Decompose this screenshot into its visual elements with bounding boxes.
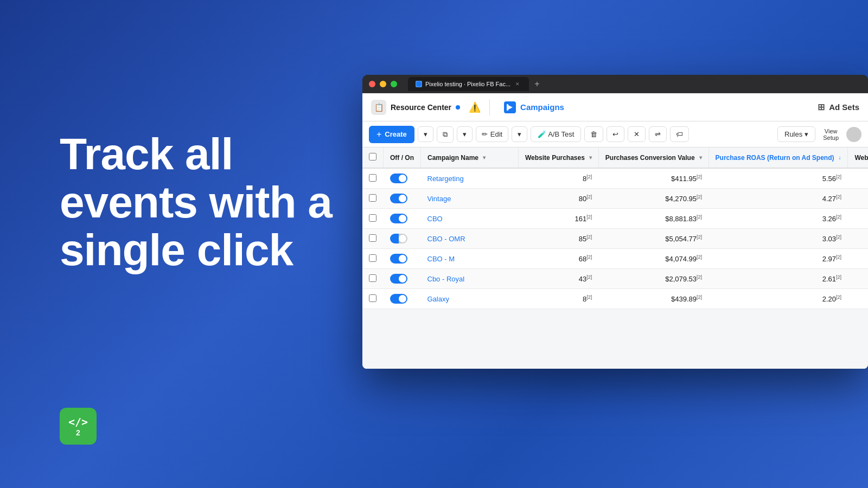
website-purchases-cell: 85[2] (519, 229, 599, 249)
row-checkbox[interactable] (369, 174, 376, 182)
tab-close-icon[interactable]: ✕ (514, 80, 521, 88)
browser-window: Pixelio testing · Pixelio FB Fac... ✕ + … (362, 75, 868, 369)
top-nav: 📋 Resource Center ⚠️ Campaigns ⊞ Ad Sets (362, 93, 868, 121)
toggle-switch[interactable] (390, 174, 407, 183)
create-button[interactable]: + Create (369, 126, 414, 143)
campaign-link[interactable]: CBO - OMR (427, 235, 465, 243)
minimize-button[interactable] (380, 81, 386, 87)
chevron-down-icon4: ▾ (805, 130, 808, 138)
rules-button[interactable]: Rules ▾ (777, 126, 815, 142)
tab-bar: Pixelio testing · Pixelio FB Fac... ✕ + (408, 77, 861, 91)
conv-value-cell: $4,270.95[2] (598, 189, 709, 209)
resource-center[interactable]: 📋 Resource Center (371, 100, 460, 115)
chevron-down-icon2: ▾ (463, 130, 467, 138)
campaign-name-cell: CBO (421, 209, 519, 229)
plus-icon: + (376, 130, 381, 139)
undo-button[interactable]: ↩ (607, 126, 624, 142)
notification-dot (456, 105, 460, 110)
table-row: CBO 161[2] $8,881.83[2] 3.26[2] $8,88 (362, 209, 868, 229)
row-checkbox[interactable] (369, 294, 376, 302)
row-checkbox-cell (362, 269, 384, 289)
campaign-name-cell: CBO - OMR (421, 229, 519, 249)
website-purchases-cell: 80[2] (519, 189, 599, 209)
conv-value: $4,074.99 (665, 255, 697, 263)
campaign-link[interactable]: CBO (427, 215, 443, 223)
header-website-purchases[interactable]: Website Purchases ▾ (519, 147, 599, 168)
campaign-link[interactable]: CBO - M (427, 255, 455, 263)
conv-value-cell: $5,054.77[2] (598, 229, 709, 249)
ad-sets-button[interactable]: ⊞ Ad Sets (818, 102, 859, 112)
conv-value-cell: $8,881.83[2] (598, 209, 709, 229)
website-purchases-cell: 43[2] (519, 269, 599, 289)
active-tab[interactable]: Pixelio testing · Pixelio FB Fac... ✕ (408, 77, 529, 91)
duplicate-button[interactable]: ⧉ (437, 126, 454, 143)
campaigns-button[interactable]: Campaigns (499, 98, 570, 117)
website-conv-cell: $4,27 (848, 189, 868, 209)
refresh-icon: ⇌ (655, 130, 661, 138)
table-row: Retargeting 8[2] $411.95[2] 5.56[2] $41 (362, 168, 868, 189)
delete-button[interactable]: ✕ (628, 126, 646, 142)
maximize-button[interactable] (391, 81, 397, 87)
roas-cell: 4.27[2] (709, 189, 848, 209)
conv-value: $411.95 (671, 175, 697, 183)
campaign-link[interactable]: Retargeting (427, 175, 464, 183)
roas-cell: 2.61[2] (709, 269, 848, 289)
trash-button[interactable]: 🗑 (584, 126, 603, 142)
user-avatar[interactable] (846, 127, 861, 142)
website-conv-cell: $43 (848, 289, 868, 309)
header-roas[interactable]: Purchase ROAS (Return on Ad Spend) ↓ (709, 147, 848, 168)
header-website-conv[interactable]: Website Purchases Conversion _ (848, 147, 868, 168)
header-campaign-name[interactable]: Campaign Name ▾ (421, 147, 519, 168)
conv-value-cell: $4,074.99[2] (598, 249, 709, 269)
campaign-name-cell: Galaxy (421, 289, 519, 309)
roas-value: 3.03 (822, 235, 836, 243)
create-dropdown-button[interactable]: ▾ (418, 126, 433, 142)
select-all-checkbox[interactable] (369, 153, 376, 160)
row-toggle-cell (384, 229, 421, 249)
tag-button[interactable]: 🏷 (670, 126, 689, 142)
close-button[interactable] (369, 81, 375, 87)
copy-icon: ⧉ (443, 130, 448, 139)
ab-test-button[interactable]: 🧪 A/B Test (531, 126, 581, 142)
toggle-switch[interactable] (390, 274, 407, 284)
header-purchases-conversion-value[interactable]: Purchases Conversion Value ▾ (598, 147, 709, 168)
conv-value: $2,079.53 (665, 275, 697, 283)
toggle-switch[interactable] (390, 254, 407, 264)
new-tab-button[interactable]: + (531, 79, 542, 89)
more-button[interactable]: ▾ (457, 126, 473, 142)
view-setup-button[interactable]: View Setup (819, 126, 843, 143)
website-conv-cell: $2,07 (848, 269, 868, 289)
undo-icon: ↩ (612, 130, 618, 138)
chevron-down-icon: ▾ (424, 130, 427, 138)
toggle-switch[interactable] (390, 214, 407, 223)
header-checkbox-col (362, 147, 384, 168)
edit-button[interactable]: ✏ Edit (476, 126, 508, 142)
roas-value: 5.56 (822, 175, 836, 183)
sort-icon-roas: ↓ (838, 155, 841, 160)
campaign-link[interactable]: Cbo - Royal (427, 275, 465, 283)
purchases-value: 85 (579, 235, 586, 243)
table-header-row: Off / On Campaign Name ▾ Website Purchas… (362, 147, 868, 168)
edit-dropdown-button[interactable]: ▾ (512, 126, 527, 142)
toggle-switch[interactable] (390, 194, 407, 203)
website-conv-cell: $4,07 (848, 249, 868, 269)
row-checkbox-cell (362, 189, 384, 209)
row-checkbox[interactable] (369, 274, 376, 282)
campaign-link[interactable]: Galaxy (427, 295, 449, 303)
nav-divider (489, 99, 490, 115)
resource-center-icon: 📋 (371, 100, 386, 115)
campaign-name-cell: Cbo - Royal (421, 269, 519, 289)
toggle-switch[interactable] (390, 234, 407, 243)
row-checkbox[interactable] (369, 234, 376, 242)
row-checkbox[interactable] (369, 214, 376, 222)
toggle-switch[interactable] (390, 294, 407, 304)
purchases-value: 43 (579, 275, 586, 283)
table-row: Cbo - Royal 43[2] $2,079.53[2] 2.61[2] $… (362, 269, 868, 289)
row-checkbox[interactable] (369, 254, 376, 262)
campaigns-table-container[interactable]: Off / On Campaign Name ▾ Website Purchas… (362, 147, 868, 369)
row-checkbox-cell (362, 168, 384, 189)
logo-code: </> (68, 415, 88, 428)
row-checkbox[interactable] (369, 194, 376, 202)
refresh-button[interactable]: ⇌ (649, 126, 667, 142)
campaign-link[interactable]: Vintage (427, 195, 451, 203)
